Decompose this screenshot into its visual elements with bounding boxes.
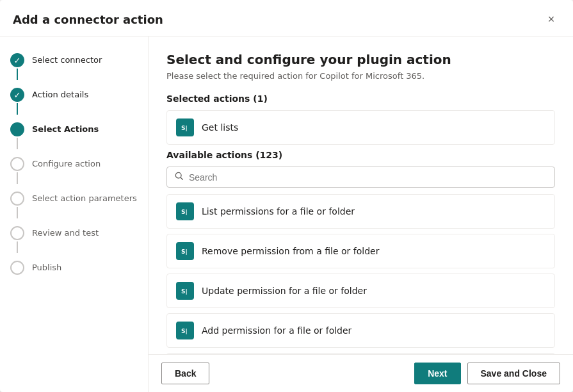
available-action-item[interactable]: S| Add permission for a file or folder — [166, 313, 555, 348]
svg-text:S|: S| — [181, 209, 188, 215]
svg-text:S|: S| — [181, 249, 188, 255]
step-label-configure-action: Configure action — [32, 157, 101, 170]
svg-text:S|: S| — [181, 288, 188, 295]
footer-left: Back — [161, 363, 209, 384]
sidebar-step-publish[interactable]: Publish — [0, 257, 148, 279]
step-line-review-and-test — [17, 241, 18, 253]
sidebar-step-action-details[interactable]: Action details — [0, 84, 148, 118]
available-action-item[interactable]: S| Remove permission from a file or fold… — [166, 234, 555, 268]
available-action-label: Add permission for a file or folder — [202, 325, 351, 336]
available-section: Available actions (123) S| — [166, 150, 555, 354]
available-action-label: List permissions for a file or folder — [202, 206, 355, 216]
step-circle-select-actions — [10, 122, 24, 136]
search-box[interactable] — [166, 167, 555, 188]
step-circle-configure-action — [10, 157, 24, 171]
step-line-configure-action — [17, 172, 18, 184]
step-line-select-actions — [17, 138, 18, 149]
modal-header: Add a connector action × — [0, 0, 573, 37]
action-icon: S| — [176, 242, 194, 260]
available-actions-list: S| List permissions for a file or folder… — [166, 194, 555, 354]
main-content: Select and configure your plugin action … — [149, 37, 573, 392]
content-subtitle: Please select the required action for Co… — [166, 71, 555, 81]
selected-action-item[interactable]: S| Get lists — [166, 110, 555, 145]
selected-action-label: Get lists — [202, 122, 238, 133]
modal-footer: Back Next Save and Close — [149, 354, 573, 392]
selected-actions-list: S| Get lists — [166, 110, 555, 145]
action-icon: S| — [176, 322, 194, 339]
step-line-select-connector — [17, 69, 18, 80]
footer-right: Next Save and Close — [414, 363, 560, 384]
step-circle-select-action-parameters — [10, 192, 24, 206]
step-label-action-details: Action details — [32, 88, 88, 101]
step-label-select-connector: Select connector — [32, 53, 102, 66]
action-icon: S| — [176, 282, 194, 300]
next-button[interactable]: Next — [414, 363, 460, 384]
back-button[interactable]: Back — [161, 363, 209, 384]
available-action-item[interactable]: S| List permissions for a file or folder — [166, 194, 555, 229]
available-action-item[interactable]: S| Update permission for a file or folde… — [166, 274, 555, 308]
sidebar-step-configure-action[interactable]: Configure action — [0, 153, 148, 188]
checkmark-icon — [14, 56, 21, 65]
close-button[interactable]: × — [542, 10, 560, 28]
content-title: Select and configure your plugin action — [166, 52, 555, 67]
step-circle-publish — [10, 261, 24, 275]
svg-line-3 — [181, 177, 182, 179]
available-action-label: Update permission for a file or folder — [202, 286, 367, 296]
step-line-action-details — [17, 103, 18, 115]
step-label-select-action-parameters: Select action parameters — [32, 192, 137, 204]
sidebar-step-select-action-parameters[interactable]: Select action parameters — [0, 188, 148, 222]
content-area: Select and configure your plugin action … — [149, 37, 573, 354]
step-line-select-action-parameters — [17, 207, 18, 218]
step-label-select-actions: Select Actions — [32, 122, 99, 135]
step-circle-review-and-test — [10, 226, 24, 240]
available-actions-label: Available actions (123) — [166, 150, 555, 160]
save-close-button[interactable]: Save and Close — [467, 363, 561, 384]
sidebar: Select connectorAction detailsSelect Act… — [0, 37, 149, 392]
action-icon: S| — [176, 202, 194, 220]
action-icon: S| — [176, 118, 194, 136]
search-icon — [175, 172, 184, 183]
selected-actions-label: Selected actions (1) — [166, 94, 555, 104]
svg-text:S|: S| — [181, 328, 188, 334]
sidebar-step-select-actions[interactable]: Select Actions — [0, 118, 148, 153]
modal-container: Add a connector action × Select connecto… — [0, 0, 573, 392]
checkmark-icon — [14, 90, 21, 100]
modal-title: Add a connector action — [13, 13, 163, 26]
step-label-publish: Publish — [32, 261, 61, 274]
search-input[interactable] — [189, 172, 547, 183]
available-action-label: Remove permission from a file or folder — [202, 246, 379, 256]
step-label-review-and-test: Review and test — [32, 226, 99, 239]
step-circle-select-connector — [10, 53, 24, 67]
svg-text:S|: S| — [181, 125, 188, 131]
modal-body: Select connectorAction detailsSelect Act… — [0, 37, 573, 392]
step-circle-action-details — [10, 88, 24, 102]
sidebar-step-review-and-test[interactable]: Review and test — [0, 222, 148, 257]
sidebar-step-select-connector[interactable]: Select connector — [0, 49, 148, 84]
